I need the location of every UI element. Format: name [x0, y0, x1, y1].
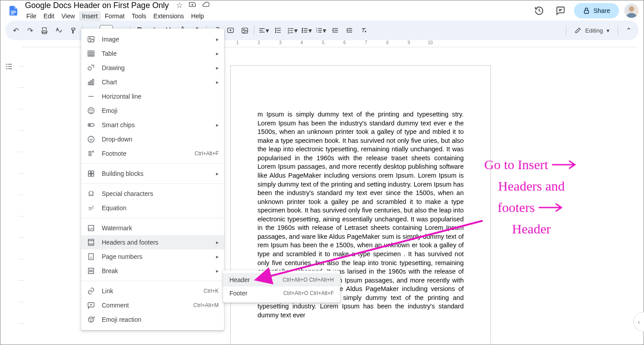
svg-point-9 [302, 30, 303, 31]
svg-point-21 [88, 108, 94, 114]
chevron-right-icon: ▸ [216, 79, 219, 85]
svg-point-8 [302, 28, 303, 29]
insert-menu-comment[interactable]: CommentCtrl+Alt+M [81, 298, 224, 312]
menu-item-label: Headers and footers [102, 239, 210, 246]
svg-point-17 [88, 67, 91, 71]
paint-format-button[interactable] [66, 24, 79, 37]
submenu-footer[interactable]: FooterCtrl+Alt+O Ctrl+Alt+F [223, 287, 340, 300]
insert-menu-watermark[interactable]: Watermark [81, 221, 224, 235]
chart-icon [87, 78, 96, 86]
hr-icon [87, 92, 96, 100]
star-icon[interactable]: ☆ [176, 0, 183, 11]
svg-point-25 [89, 125, 91, 126]
insert-menu-emoji-reaction[interactable]: Emoji reaction [81, 312, 224, 327]
insert-menu-building-blocks[interactable]: Building blocks▸ [81, 166, 224, 181]
insert-menu-horizontal-line[interactable]: Horizontal line [81, 89, 224, 104]
insert-comment-button[interactable] [224, 24, 237, 37]
editing-mode-button[interactable]: Editing ▾ [570, 25, 614, 36]
svg-rect-29 [88, 174, 91, 176]
insert-menu-link[interactable]: LinkCtrl+K [81, 284, 224, 298]
history-icon[interactable] [531, 3, 547, 19]
insert-menu-drop-down[interactable]: Drop-down [81, 132, 224, 146]
insert-menu-smart-chips[interactable]: Smart chips▸ [81, 118, 224, 132]
svg-rect-30 [91, 174, 94, 176]
menu-item-label: Image [102, 36, 210, 43]
insert-menu-image[interactable]: Image▸ [81, 32, 224, 46]
svg-rect-31 [88, 225, 94, 231]
menu-file[interactable]: File [23, 11, 40, 21]
decrease-indent-button[interactable] [328, 24, 342, 37]
menu-format[interactable]: Format [102, 11, 128, 21]
svg-point-38 [92, 319, 93, 320]
insert-menu-drawing[interactable]: Drawing▸ [81, 61, 224, 75]
blocks-icon [87, 170, 96, 178]
chevron-right-icon: ▸ [216, 239, 219, 245]
svg-point-4 [629, 6, 634, 12]
svg-rect-16 [88, 51, 94, 56]
spellcheck-button[interactable] [52, 24, 65, 37]
checklist-button[interactable]: ▾ [286, 24, 299, 37]
menu-item-label: Watermark [102, 224, 219, 232]
line-spacing-button[interactable] [271, 24, 285, 37]
insert-menu-headers-and-footers[interactable]: Headers and footers▸ [81, 235, 224, 249]
share-button[interactable]: Share [574, 3, 619, 18]
vertical-ruler [18, 57, 25, 345]
svg-point-23 [92, 110, 93, 111]
chevron-right-icon: ▸ [216, 65, 219, 71]
redo-button[interactable]: ↷ [23, 24, 37, 37]
insert-menu-special-characters[interactable]: ΩSpecial characters [81, 187, 224, 201]
menu-help[interactable]: Help [188, 11, 207, 21]
increase-indent-button[interactable] [343, 24, 356, 37]
menu-item-label: Table [102, 50, 210, 57]
docs-logo[interactable] [5, 3, 21, 19]
move-icon[interactable] [188, 0, 196, 11]
svg-text:#: # [90, 256, 92, 260]
submenu-header[interactable]: HeaderCtrl+Alt+O Ctrl+Alt+H [223, 273, 340, 287]
svg-point-37 [90, 319, 91, 320]
undo-button[interactable]: ↶ [9, 24, 22, 37]
svg-point-15 [89, 38, 91, 39]
chevron-right-icon: ▸ [216, 170, 219, 177]
outline-toggle-button[interactable] [2, 60, 16, 73]
menu-edit[interactable]: Edit [41, 11, 58, 21]
document-page: m Ipsum is simply dummy text of the prin… [230, 65, 491, 345]
avatar[interactable] [624, 4, 639, 18]
menu-insert[interactable]: Insert [79, 11, 101, 21]
menu-item-label: Break [102, 267, 210, 274]
print-button[interactable] [37, 24, 51, 37]
bulleted-list-button[interactable]: ▾ [300, 24, 313, 37]
menu-item-label: Horizontal line [102, 93, 219, 100]
comment-icon [87, 301, 96, 309]
menu-tools[interactable]: Tools [129, 11, 150, 21]
table-icon [87, 50, 96, 58]
collapse-toolbar-button[interactable]: ⌃ [622, 24, 635, 37]
insert-menu-footnote[interactable]: FootnoteCtrl+Alt+F [81, 146, 224, 161]
insert-menu-emoji[interactable]: Emoji [81, 104, 224, 118]
insert-menu-chart[interactable]: Chart▸ [81, 75, 224, 89]
insert-image-button[interactable] [238, 24, 251, 37]
chevron-right-icon: ▸ [216, 254, 219, 260]
numbered-list-button[interactable]: 123▾ [314, 24, 328, 37]
insert-menu-table[interactable]: Table▸ [81, 46, 224, 61]
menu-view[interactable]: View [58, 11, 78, 21]
menu-extensions[interactable]: Extensions [150, 11, 187, 21]
menu-item-label: Chart [102, 79, 210, 86]
break-icon [87, 267, 96, 275]
svg-point-22 [90, 110, 91, 111]
insert-menu-equation[interactable]: π²Equation [81, 201, 224, 215]
annotation-text: Go to Insert Headers and footers Header [484, 154, 578, 240]
svg-point-10 [302, 32, 303, 33]
dropdown-icon [87, 135, 96, 143]
emojirx-icon [87, 316, 96, 324]
align-button[interactable]: ▾ [257, 24, 270, 37]
svg-rect-19 [91, 81, 92, 85]
comments-icon[interactable] [553, 3, 569, 19]
headers-footers-submenu: HeaderCtrl+Alt+O Ctrl+Alt+HFooterCtrl+Al… [223, 270, 340, 303]
cloud-status-icon[interactable] [202, 0, 210, 11]
insert-menu-page-numbers[interactable]: #Page numbers▸ [81, 249, 224, 264]
insert-menu-break[interactable]: Break▸ [81, 264, 224, 278]
svg-rect-14 [88, 37, 94, 42]
menu-item-label: Emoji reaction [102, 316, 219, 323]
document-title[interactable]: Google Docs Header on First Page Only [23, 0, 170, 11]
clear-formatting-button[interactable] [357, 24, 370, 37]
